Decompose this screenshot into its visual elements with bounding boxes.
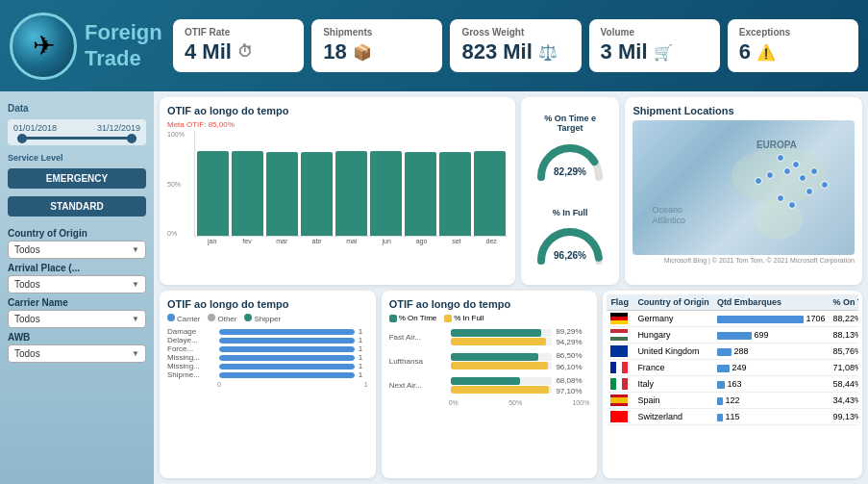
bar-group bbox=[405, 131, 436, 236]
bottom-row: OTIF ao longo do tempo Carrier Other Shi… bbox=[160, 291, 862, 478]
ontime-cell: 34,43% bbox=[829, 393, 858, 409]
filter-select-country_origin[interactable]: Todos ▼ bbox=[8, 241, 146, 259]
airline-legend-ontime: % On Time bbox=[389, 314, 437, 322]
otif-bar-title: OTIF ao longo do tempo bbox=[167, 105, 508, 116]
qty-bar bbox=[717, 381, 725, 389]
qty-cell: 115 bbox=[713, 409, 830, 425]
kpi-value-otif: 4 Mil ⏱ bbox=[185, 39, 292, 64]
bar-group bbox=[335, 131, 367, 236]
country-table-scroll[interactable]: Flag Country of Origin Qtd Embarques % O… bbox=[607, 294, 858, 429]
date-slider[interactable] bbox=[17, 137, 136, 140]
filter-select-arrival_place[interactable]: Todos ▼ bbox=[8, 275, 146, 293]
ontime-cell: 99,13% bbox=[829, 409, 858, 425]
kpi-title-otif: OTIF Rate bbox=[185, 27, 292, 38]
cause-name: Shipme... bbox=[167, 370, 215, 379]
filter-select-carrier_name[interactable]: Todos ▼ bbox=[8, 310, 146, 328]
bar-group bbox=[301, 131, 333, 236]
table-header-row: Flag Country of Origin Qtd Embarques % O… bbox=[607, 294, 858, 311]
qty-cell: 34 bbox=[713, 425, 830, 430]
airline-infull-track bbox=[451, 362, 553, 369]
qty-bar bbox=[717, 414, 723, 421]
kpi-value-volume: 3 Mil 🛒 bbox=[601, 39, 708, 64]
country-cell: France bbox=[633, 360, 713, 376]
map-location-dot bbox=[788, 201, 796, 209]
airline-infull-bar bbox=[451, 386, 550, 394]
bar bbox=[474, 151, 506, 236]
cause-chart-card: OTIF ao longo do tempo Carrier Other Shi… bbox=[160, 291, 376, 478]
flag-gb bbox=[610, 345, 628, 357]
filter-label-awb: AWB bbox=[8, 332, 146, 343]
filter-value-carrier_name: Todos bbox=[14, 314, 40, 324]
airline-ontime-track bbox=[451, 377, 553, 385]
qty-bar bbox=[717, 332, 752, 340]
kpi-card-otif: OTIF Rate 4 Mil ⏱ bbox=[173, 19, 304, 72]
qty-cell: 122 bbox=[713, 393, 830, 409]
airline-infull-track bbox=[451, 386, 553, 394]
country-table-card: Flag Country of Origin Qtd Embarques % O… bbox=[603, 291, 862, 478]
flag-cell bbox=[607, 409, 633, 425]
filter-value-country_origin: Todos bbox=[14, 244, 40, 255]
table-row: Germany 1706 88,22% 96,19% bbox=[607, 311, 858, 327]
cause-name: Damage bbox=[167, 327, 215, 336]
cause-row: Delaye... 1 bbox=[167, 336, 368, 344]
cause-row: Damage 1 bbox=[167, 327, 368, 336]
otif-meta-label: Meta OTIF: 85,00% bbox=[167, 120, 508, 129]
main-content: OTIF ao longo do tempo Meta OTIF: 85,00%… bbox=[154, 91, 868, 484]
map-location-dot bbox=[810, 167, 818, 175]
cause-bar bbox=[219, 355, 355, 361]
ontime-cell: 71,08% bbox=[829, 360, 858, 376]
cause-bar bbox=[219, 372, 355, 378]
kpi-cards: OTIF Rate 4 Mil ⏱ Shipments 18 📦 Gross W… bbox=[173, 19, 858, 72]
cause-val: 1 bbox=[359, 344, 368, 353]
emergency-button[interactable]: EMERGENCY bbox=[8, 168, 146, 189]
in-full-title: % In Full bbox=[532, 208, 608, 217]
filter-label-carrier_name: Carrier Name bbox=[8, 297, 146, 308]
map-footer: Microsoft Bing | © 2021 Tom Tom, © 2021 … bbox=[632, 257, 855, 264]
cause-val: 1 bbox=[359, 362, 368, 370]
main-layout: Data 01/01/2018 31/12/2019 Service Level… bbox=[0, 91, 868, 484]
filter-arrival_place: Arrival Place (... Todos ▼ bbox=[8, 263, 146, 293]
airline-row: Fast Air... 89,29%94,29% bbox=[389, 326, 590, 347]
data-section-label: Data bbox=[8, 103, 146, 114]
otif-bar-chart-card: OTIF ao longo do tempo Meta OTIF: 85,00%… bbox=[160, 97, 515, 285]
bar-group bbox=[439, 131, 471, 236]
airline-legend: % On Time % In Full bbox=[389, 314, 590, 322]
on-time-gauge-svg: 82,29% bbox=[532, 134, 608, 182]
filter-label-country_origin: Country of Origin bbox=[8, 228, 146, 239]
cause-bar-track bbox=[219, 355, 355, 361]
filter-select-awb[interactable]: Todos ▼ bbox=[8, 344, 146, 363]
bar-month-label: set bbox=[440, 238, 472, 244]
svg-point-3 bbox=[756, 199, 803, 239]
in-full-gauge: % In Full 96,26% bbox=[532, 208, 608, 267]
flag-it bbox=[610, 378, 628, 390]
kpi-card-gross_weight: Gross Weight 823 Mil ⚖️ bbox=[450, 19, 581, 72]
kpi-title-volume: Volume bbox=[601, 27, 708, 38]
standard-button[interactable]: STANDARD bbox=[8, 196, 146, 217]
country-cell: Italy bbox=[633, 376, 713, 393]
col-qty: Qtd Embarques bbox=[713, 294, 830, 311]
filter-country_origin: Country of Origin Todos ▼ bbox=[8, 228, 146, 259]
cause-legend-item: Shipper bbox=[244, 314, 281, 323]
flag-hu bbox=[610, 329, 628, 341]
airline-name: Fast Air... bbox=[389, 333, 447, 342]
cause-name: Force... bbox=[167, 344, 215, 353]
cause-val: 1 bbox=[359, 327, 368, 336]
airline-pct: 89,29%94,29% bbox=[556, 326, 589, 347]
bar bbox=[335, 151, 367, 236]
airline-bars bbox=[451, 377, 553, 394]
bar bbox=[197, 151, 229, 236]
chevron-down-icon-carrier_name: ▼ bbox=[132, 315, 139, 323]
bar-month-label: dez bbox=[476, 238, 508, 244]
logo-area: ✈ Foreign Trade bbox=[10, 13, 163, 80]
airline-chart-card: OTIF ao longo do tempo % On Time % In Fu… bbox=[382, 291, 598, 478]
cause-val: 1 bbox=[359, 370, 368, 379]
col-flag: Flag bbox=[607, 294, 633, 311]
map-card: Shipment Locations EUROPA OceanoAtlântic… bbox=[625, 97, 862, 285]
cause-row: Shipme... 1 bbox=[167, 370, 368, 379]
filter-value-arrival_place: Todos bbox=[14, 279, 40, 290]
kpi-card-exceptions: Exceptions 6 ⚠️ bbox=[728, 19, 858, 72]
kpi-value-shipments: 18 📦 bbox=[323, 39, 431, 64]
bar-month-label: jun bbox=[371, 238, 403, 244]
kpi-icon-shipments: 📦 bbox=[353, 43, 372, 62]
svg-text:96,26%: 96,26% bbox=[554, 250, 586, 261]
